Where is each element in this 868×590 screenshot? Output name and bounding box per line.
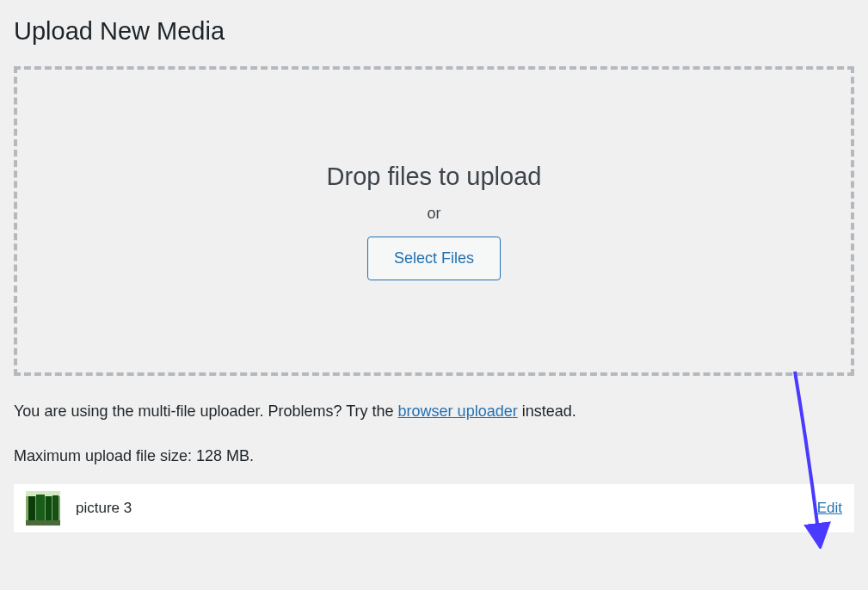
- svg-rect-2: [28, 496, 35, 520]
- svg-rect-6: [26, 520, 60, 525]
- uploaded-item-filename: picture 3: [76, 500, 817, 517]
- page-title: Upload New Media: [14, 17, 854, 46]
- uploader-info-suffix: instead.: [518, 403, 576, 420]
- svg-rect-3: [36, 495, 45, 520]
- svg-rect-5: [52, 495, 58, 520]
- max-upload-size-text: Maximum upload file size: 128 MB.: [14, 447, 854, 465]
- uploader-info-text: You are using the multi-file uploader. P…: [14, 400, 854, 423]
- svg-rect-4: [46, 496, 52, 520]
- select-files-button[interactable]: Select Files: [367, 237, 501, 280]
- file-drop-zone[interactable]: Drop files to upload or Select Files: [14, 66, 854, 376]
- uploaded-item-thumbnail: [26, 491, 60, 525]
- edit-item-link[interactable]: Edit: [817, 500, 842, 517]
- browser-uploader-link[interactable]: browser uploader: [398, 403, 518, 420]
- drop-zone-or-text: or: [427, 205, 440, 223]
- drop-zone-heading: Drop files to upload: [327, 163, 542, 191]
- uploaded-item-row: picture 3 Edit: [14, 484, 854, 532]
- uploader-info-prefix: You are using the multi-file uploader. P…: [14, 403, 398, 420]
